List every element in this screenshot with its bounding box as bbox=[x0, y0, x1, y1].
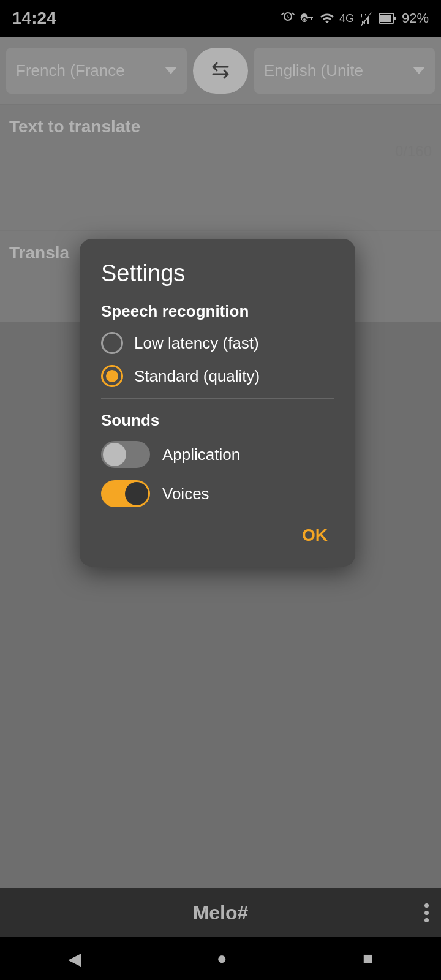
settings-dialog: Settings Speech recognition Low latency … bbox=[80, 239, 355, 567]
application-toggle-label: Application bbox=[162, 445, 240, 464]
radio-standard-quality-label: Standard (quality) bbox=[134, 367, 260, 386]
voices-toggle[interactable] bbox=[101, 480, 150, 507]
application-toggle-option: Application bbox=[101, 441, 334, 468]
radio-low-latency[interactable]: Low latency (fast) bbox=[101, 332, 334, 354]
application-toggle[interactable] bbox=[101, 441, 150, 468]
voices-toggle-option: Voices bbox=[101, 480, 334, 507]
radio-standard-quality[interactable]: Standard (quality) bbox=[101, 365, 334, 387]
voices-toggle-knob bbox=[125, 482, 148, 505]
sounds-title: Sounds bbox=[101, 411, 334, 430]
dialog-title: Settings bbox=[101, 260, 334, 287]
radio-low-latency-circle bbox=[101, 332, 123, 354]
application-toggle-knob bbox=[103, 443, 126, 466]
section-divider bbox=[101, 398, 334, 399]
radio-standard-quality-inner bbox=[106, 370, 118, 382]
dialog-footer: OK bbox=[101, 522, 334, 548]
ok-button[interactable]: OK bbox=[296, 522, 334, 548]
radio-standard-quality-circle bbox=[101, 365, 123, 387]
radio-low-latency-label: Low latency (fast) bbox=[134, 334, 259, 353]
speech-recognition-title: Speech recognition bbox=[101, 302, 334, 321]
voices-toggle-label: Voices bbox=[162, 484, 209, 503]
